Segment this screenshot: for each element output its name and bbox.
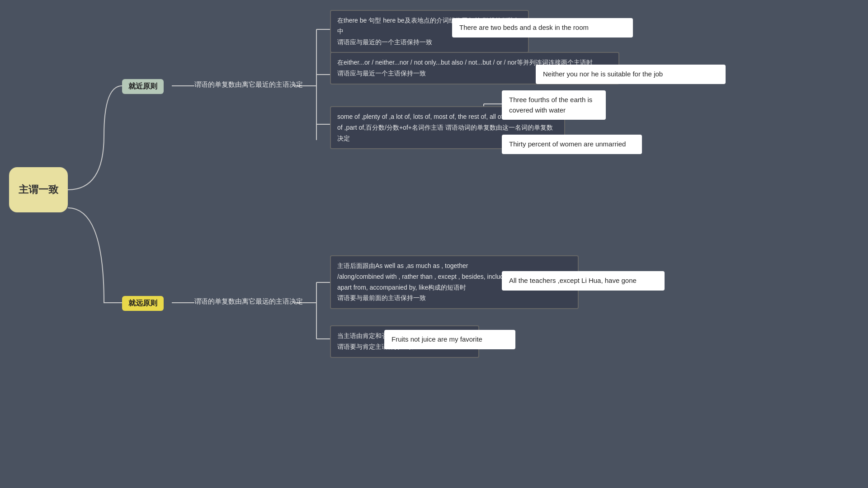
example-box-3: Three fourths of the earth is covered wi…: [502, 90, 606, 120]
example-box-4: Thirty percent of women are unmarried: [502, 135, 642, 154]
central-node: 主谓一致: [9, 167, 68, 212]
bottom-example-box-1: All the teachers ,except Li Hua, have go…: [502, 271, 665, 291]
bottom-example-box-2: Fruits not juice are my favorite: [384, 330, 515, 349]
example-box-2: Neither you nor he is suitable for the j…: [536, 65, 726, 84]
example4-text: Thirty percent of women are unmarried: [509, 140, 626, 148]
bottom-principle-label: 就远原则: [128, 299, 157, 307]
top-predicate-label: 谓语的单复数由离它最近的主语决定: [194, 80, 303, 89]
central-label: 主谓一致: [19, 183, 58, 197]
top-box1-line2: 谓语应与最近的一个主语保持一致: [337, 37, 522, 48]
bottom-principle-node: 就远原则: [122, 296, 164, 311]
bottom-example1-text: All the teachers ,except Li Hua, have go…: [509, 277, 637, 284]
example-box-1: There are two beds and a desk in the roo…: [452, 18, 633, 38]
bottom-box1-line4: 谓语要与最前面的主语保持一致: [337, 293, 571, 304]
example3-line2: covered with water: [509, 105, 599, 116]
bottom-box1-line1: 主语后面跟由As well as ,as much as , together: [337, 261, 571, 272]
top-principle-node: 就近原则: [122, 79, 164, 94]
bottom-example2-text: Fruits not juice are my favorite: [392, 335, 482, 343]
example2-text: Neither you nor he is suitable for the j…: [543, 70, 663, 78]
bottom-predicate-label: 谓语的单复数由离它最远的主语决定: [194, 297, 303, 306]
top-principle-label: 就近原则: [128, 82, 157, 90]
example1-text: There are two beds and a desk in the roo…: [459, 23, 589, 31]
example3-line1: Three fourths of the earth is: [509, 95, 599, 105]
